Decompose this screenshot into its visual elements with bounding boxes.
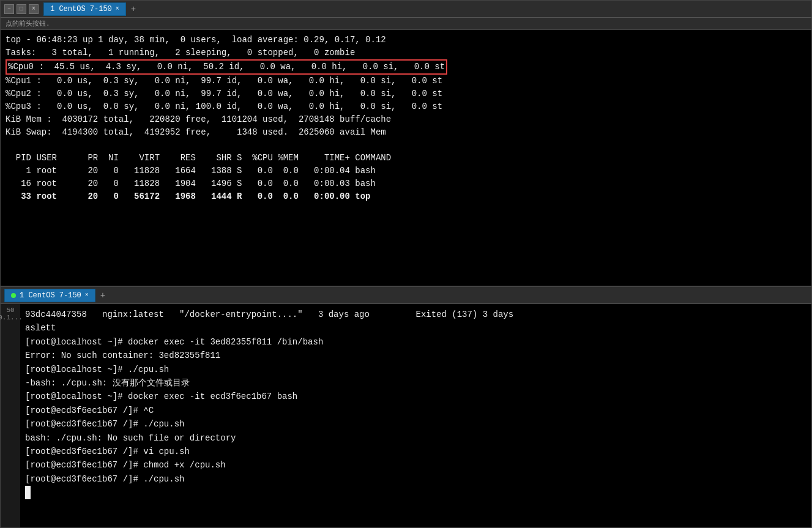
bottom-window: 1 CentOS 7-150 × + 50 0.1... 93dc4404735… [0, 286, 812, 528]
bottom-line9: [root@ecd3f6ec1b67 /]# ./cpu.sh [25, 417, 806, 431]
top-terminal[interactable]: top - 06:48:23 up 1 day, 38 min, 0 users… [1, 30, 811, 286]
bottom-terminal[interactable]: 93dc44047358 nginx:latest "/docker-entry… [1, 304, 811, 527]
top-cpu3: %Cpu3 : 0.0 us, 0.0 sy, 0.0 ni, 100.0 id… [6, 100, 806, 113]
bottom-tab-close-icon[interactable]: × [85, 292, 89, 299]
top-cpu0: %Cpu0 : 45.5 us, 4.3 sy, 0.0 ni, 50.2 id… [6, 59, 806, 75]
top-window: – □ × 1 CentOS 7-150 × + 点的前头按钮. top - 0… [0, 0, 812, 286]
top-line1: top - 06:48:23 up 1 day, 38 min, 0 users… [6, 34, 806, 46]
tab-close-icon[interactable]: × [116, 6, 119, 12]
scroll-line2: 0.1... [0, 314, 23, 321]
scroll-line1: 50 [6, 307, 14, 314]
minimize-button[interactable]: – [4, 4, 14, 14]
bottom-line8: [root@ecd3f6ec1b67 /]# ^C [25, 404, 806, 417]
close-button[interactable]: × [29, 4, 39, 14]
scroll-indicator: 50 0.1... [1, 304, 20, 527]
bottom-line6: -bash: ./cpu.sh: 没有那个文件或目录 [25, 376, 806, 390]
bottom-line5: [root@localhost ~]# ./cpu.sh [25, 363, 806, 376]
tooltip-text: 点的前头按钮. [6, 20, 50, 28]
bottom-line2: aslett [25, 321, 806, 335]
top-table-header: PID USER PR NI VIRT RES SHR S %CPU %MEM … [6, 152, 806, 165]
bottom-line11: [root@ecd3f6ec1b67 /]# vi cpu.sh [25, 445, 806, 458]
tab-add-button[interactable]: + [126, 2, 141, 16]
bottom-line13: [root@ecd3f6ec1b67 /]# ./cpu.sh [25, 472, 806, 486]
top-blank [6, 139, 806, 152]
bottom-line7: [root@localhost ~]# docker exec -it ecd3… [25, 390, 806, 403]
top-row1: 1 root 20 0 11828 1664 1388 S 0.0 0.0 0:… [6, 165, 806, 177]
tab-centos-top[interactable]: 1 CentOS 7-150 × [43, 2, 126, 16]
window-controls[interactable]: – □ × [4, 4, 39, 14]
bottom-tab-add-button[interactable]: + [95, 289, 110, 302]
maximize-button[interactable]: □ [17, 4, 26, 14]
top-mem: KiB Mem : 4030172 total, 220820 free, 11… [6, 113, 806, 126]
top-cpu2: %Cpu2 : 0.0 us, 0.3 sy, 0.0 ni, 99.7 id,… [6, 87, 806, 100]
top-line2: Tasks: 3 total, 1 running, 2 sleeping, 0… [6, 46, 806, 59]
cursor [25, 486, 806, 499]
tooltip-bar: 点的前头按钮. [1, 18, 811, 30]
bottom-titlebar: 1 CentOS 7-150 × + [1, 287, 811, 304]
bottom-tab-label: 1 CentOS 7-150 [20, 291, 81, 300]
tab-centos-bottom[interactable]: 1 CentOS 7-150 × [4, 289, 95, 302]
top-swap: KiB Swap: 4194300 total, 4192952 free, 1… [6, 126, 806, 139]
bottom-line4: Error: No such container: 3ed82355f811 [25, 349, 806, 362]
top-row3: 33 root 20 0 56172 1968 1444 R 0.0 0.0 0… [6, 190, 806, 203]
bottom-line1: 93dc44047358 nginx:latest "/docker-entry… [25, 308, 806, 321]
cpu0-highlighted: %Cpu0 : 45.5 us, 4.3 sy, 0.0 ni, 50.2 id… [6, 59, 447, 75]
top-cpu1: %Cpu1 : 0.0 us, 0.3 sy, 0.0 ni, 99.7 id,… [6, 75, 806, 87]
tab-label: 1 CentOS 7-150 [50, 5, 112, 13]
bottom-line10: bash: ./cpu.sh: No such file or director… [25, 431, 806, 445]
bottom-line12: [root@ecd3f6ec1b67 /]# chmod +x /cpu.sh [25, 458, 806, 472]
green-dot-icon [11, 293, 16, 298]
top-row2: 16 root 20 0 11828 1904 1496 S 0.0 0.0 0… [6, 177, 806, 190]
bottom-line3: [root@localhost ~]# docker exec -it 3ed8… [25, 335, 806, 349]
top-titlebar: – □ × 1 CentOS 7-150 × + [1, 1, 811, 18]
